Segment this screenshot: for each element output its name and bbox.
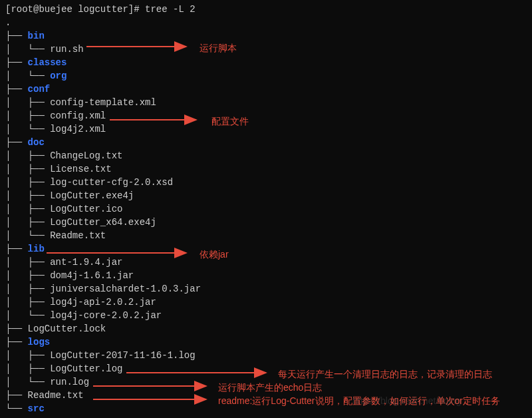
tree-row: │ └── log4j-core-2.0.2.jar	[5, 309, 532, 322]
tree-row: │ ├── License.txt	[5, 162, 532, 176]
tree-prefix: │ ├──	[5, 150, 50, 161]
tree-row: │ ├── LogCutter_x64.exe4j	[5, 216, 532, 229]
tree-prefix: │ ├──	[5, 363, 50, 374]
tree-prefix: ├──	[5, 337, 28, 347]
file-name: LogCutter.ico	[50, 204, 122, 214]
tree-row: ├── doc	[5, 136, 532, 149]
tree-prefix: ├──	[5, 57, 28, 68]
file-name: Readme.txt	[50, 230, 106, 241]
tree-prefix: ├──	[5, 137, 28, 148]
tree-prefix: ├──	[5, 84, 28, 95]
tree-prefix: │ ├──	[5, 204, 50, 214]
tree-prefix: ├──	[5, 390, 28, 401]
tree-prefix: │ ├──	[5, 297, 50, 308]
tree-row: │ └── Readme.txt	[5, 229, 532, 242]
annotation-echo-log: 运行脚本产生的echo日志	[218, 381, 322, 394]
tree-row: ├── conf	[5, 83, 532, 96]
tree-row: │ ├── config.xml	[5, 109, 532, 122]
file-name: log4j-api-2.0.2.jar	[50, 297, 156, 308]
tree-row: │ ├── ant-1.9.4.jar	[5, 256, 532, 269]
tree-row: │ └── org	[5, 69, 532, 83]
file-name: LogCutter.exe4j	[50, 190, 134, 201]
annotation-run-script: 运行脚本	[200, 41, 237, 55]
file-name: juniversalchardet-1.0.3.jar	[50, 284, 201, 294]
tree-row: │ ├── log-cutter-cfg-2.0.xsd	[5, 176, 532, 189]
file-name: License.txt	[50, 164, 111, 174]
tree-row: │ ├── LogCutter-2017-11-16-1.log	[5, 349, 532, 362]
tree-output: ├── bin│ └── run.sh├── classes│ └── org├…	[5, 29, 532, 415]
tree-prefix: │ └──	[5, 230, 50, 241]
tree-row: │ ├── LogCutter.exe4j	[5, 189, 532, 202]
tree-prefix: ├──	[5, 244, 28, 254]
file-name: log4j2.xml	[50, 124, 106, 134]
tree-prefix: │ ├──	[5, 190, 50, 201]
tree-prefix: │ └──	[5, 71, 50, 81]
file-name: log4j-core-2.0.2.jar	[50, 310, 162, 321]
file-name: LogCutter_x64.exe4j	[50, 217, 156, 228]
tree-prefix: │ ├──	[5, 350, 50, 361]
tree-prefix: │ ├──	[5, 110, 50, 121]
tree-prefix: └──	[5, 403, 28, 414]
file-name: Readme.txt	[28, 390, 84, 401]
dir-name: src	[28, 403, 45, 414]
file-name: ant-1.9.4.jar	[50, 257, 122, 268]
file-name: run.log	[50, 377, 89, 387]
tree-prefix: │ └──	[5, 124, 50, 134]
tree-prefix: ├──	[5, 31, 28, 41]
file-name: config.xml	[50, 110, 106, 121]
tree-row: │ └── log4j2.xml	[5, 122, 532, 136]
dir-name: logs	[28, 337, 51, 347]
file-name: LogCutter.log	[50, 363, 122, 374]
tree-row: ├── logs	[5, 335, 532, 349]
tree-prefix: ├──	[5, 323, 28, 334]
dir-name: conf	[28, 84, 51, 95]
tree-prefix: │ └──	[5, 310, 50, 321]
tree-prefix: │ ├──	[5, 217, 50, 228]
tree-prefix: │ ├──	[5, 284, 50, 294]
tree-row: ├── bin	[5, 29, 532, 43]
tree-prefix: │ ├──	[5, 177, 50, 188]
dir-name: lib	[28, 244, 45, 254]
file-name: run.sh	[50, 44, 83, 55]
tree-row: │ ├── log4j-api-2.0.2.jar	[5, 296, 532, 309]
dir-name: bin	[28, 31, 45, 41]
file-name: log-cutter-cfg-2.0.xsd	[50, 177, 173, 188]
tree-row: │ └── run.sh	[5, 43, 532, 56]
tree-prefix: │ └──	[5, 44, 50, 55]
tree-prefix: │ ├──	[5, 270, 50, 281]
tree-row: ├── lib	[5, 242, 532, 256]
dir-name: doc	[28, 137, 45, 148]
file-name: ChangeLog.txt	[50, 150, 122, 161]
tree-root-dot: .	[5, 16, 532, 29]
tree-row: │ ├── dom4j-1.6.1.jar	[5, 269, 532, 282]
tree-row: │ ├── LogCutter.ico	[5, 202, 532, 216]
tree-row: │ ├── ChangeLog.txt	[5, 149, 532, 162]
tree-prefix: │ ├──	[5, 164, 50, 174]
tree-row: │ ├── config-template.xml	[5, 96, 532, 109]
file-name: dom4j-1.6.1.jar	[50, 270, 134, 281]
tree-row: ├── classes	[5, 56, 532, 69]
tree-prefix: │ └──	[5, 377, 50, 387]
file-name: config-template.xml	[50, 97, 156, 108]
tree-row: ├── LogCutter.lock	[5, 322, 532, 335]
annotation-daily-log: 每天运行产生一个清理日志的日志，记录清理的日志	[278, 367, 492, 381]
file-name: LogCutter.lock	[28, 323, 106, 334]
annotation-config-file: 配置文件	[211, 114, 249, 128]
annotation-dependency-jar: 依赖jar	[200, 248, 229, 261]
tree-row: │ ├── juniversalchardet-1.0.3.jar	[5, 282, 532, 296]
dir-name: org	[50, 71, 66, 81]
shell-prompt: [root@buejee logcutter]# tree -L 2	[5, 3, 532, 16]
watermark-text: https://blog.csdn.net/6qing	[352, 394, 461, 407]
dir-name: classes	[28, 57, 67, 68]
file-name: LogCutter-2017-11-16-1.log	[50, 350, 195, 361]
tree-prefix: │ ├──	[5, 97, 50, 108]
tree-prefix: │ ├──	[5, 257, 50, 268]
